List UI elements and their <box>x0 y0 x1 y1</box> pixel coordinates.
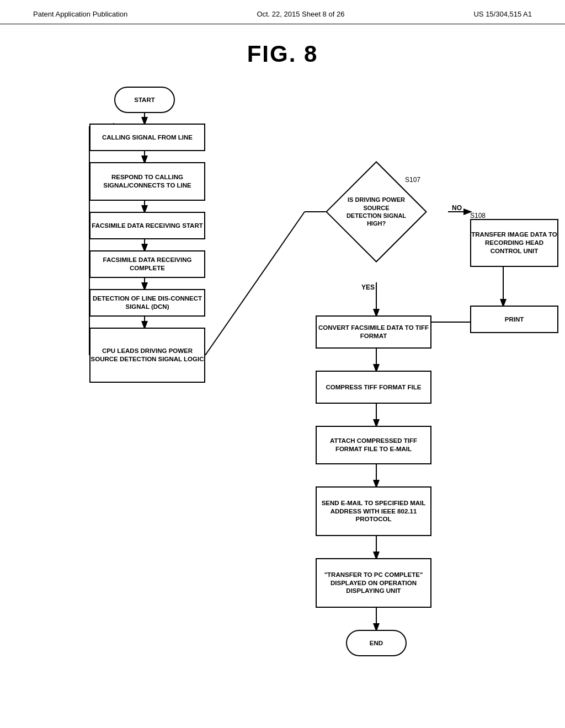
header-right: US 15/304,515 A1 <box>473 10 532 18</box>
s113-box: SEND E-MAIL TO SPECIFIED MAIL ADDRESS WI… <box>316 486 431 536</box>
s101-box: CALLING SIGNAL FROM LINE <box>89 124 205 151</box>
s107-diamond: IS DRIVING POWER SOURCE DETECTION SIGNAL… <box>340 176 412 248</box>
s102-box: RESPOND TO CALLING SIGNAL/CONNECTS TO LI… <box>89 162 205 201</box>
label-s107: S107 <box>405 176 420 184</box>
header-left: Patent Application Publication <box>33 10 127 18</box>
yes-label: YES <box>361 283 375 291</box>
s105-box: DETECTION OF LINE DIS-CONNECT SIGNAL (DC… <box>89 289 205 317</box>
s104-box: FACSIMILE DATA RECEIVING COMPLETE <box>89 250 205 278</box>
page-header: Patent Application Publication Oct. 22, … <box>0 0 565 24</box>
flowchart: START S101 CALLING SIGNAL FROM LINE S102… <box>34 78 531 685</box>
s103-box: FACSIMILE DATA RECEIVING START <box>89 212 205 239</box>
svg-line-6 <box>205 212 305 355</box>
s106-box: CPU LEADS DRIVING POWER SOURCE DETECTION… <box>89 328 205 383</box>
start-node: START <box>114 87 175 113</box>
end-node: END <box>346 630 407 656</box>
s107-text: IS DRIVING POWER SOURCE DETECTION SIGNAL… <box>340 190 412 233</box>
s111-box: COMPRESS TIFF FORMAT FILE <box>316 371 431 404</box>
label-s108: S108 <box>470 212 486 220</box>
no-label: NO <box>452 204 462 212</box>
header-middle: Oct. 22, 2015 Sheet 8 of 26 <box>257 10 344 18</box>
figure-title: FIG. 8 <box>0 41 565 67</box>
s110-box: CONVERT FACSIMILE DATA TO TIFF FORMAT <box>316 315 431 349</box>
s109-box: PRINT <box>470 306 558 333</box>
s121-box: "TRANSFER TO PC COMPLETE" DISPLAYED ON O… <box>316 558 431 608</box>
s108-box: TRANSFER IMAGE DATA TO RECORDING HEAD CO… <box>470 219 558 267</box>
s112-box: ATTACH COMPRESSED TIFF FORMAT FILE TO E-… <box>316 426 431 464</box>
